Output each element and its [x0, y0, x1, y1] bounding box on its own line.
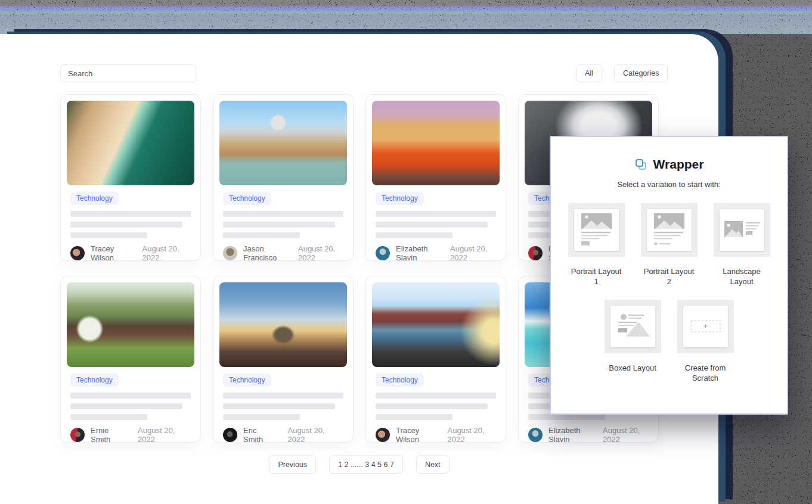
post-image — [372, 282, 500, 367]
wrapper-icon — [634, 158, 647, 171]
category-tag[interactable]: Technology — [376, 374, 424, 387]
post-card[interactable]: Technology Tracey Wilson August 20, 2022 — [365, 276, 506, 443]
next-page-button[interactable]: Next — [416, 455, 450, 474]
placeholder-line — [376, 232, 453, 238]
placeholder-line — [376, 403, 488, 409]
create-from-scratch-thumbnail — [677, 300, 734, 353]
landscape-layout-thumbnail — [714, 203, 770, 257]
post-date: August 20, 2022 — [450, 244, 496, 261]
avatar — [528, 428, 543, 442]
category-tag[interactable]: Technology — [70, 192, 119, 205]
post-date: August 20, 2022 — [287, 426, 343, 443]
title-placeholder — [70, 393, 191, 420]
category-tag[interactable]: Technology — [376, 192, 424, 205]
post-image — [372, 101, 500, 185]
post-card[interactable]: Technology Elizabeth Slavin August 20, 2… — [365, 94, 506, 261]
author-row: Eric Smith August 20, 2022 — [223, 426, 343, 443]
author-name: Ernie Smith — [91, 426, 128, 443]
author-name: Eric Smith — [243, 426, 278, 443]
author-row: Tracey Wilson August 20, 2022 — [376, 426, 496, 443]
placeholder-line — [70, 403, 182, 409]
category-tag[interactable]: Technology — [70, 374, 119, 387]
author-row: Jason Francisco August 20, 2022 — [223, 244, 343, 261]
post-card[interactable]: Technology Tracey Wilson August 20, 2022 — [60, 94, 201, 261]
variation-label: Landscape Layout — [714, 266, 770, 287]
variation-create-from-scratch[interactable]: Create from Scratch — [677, 300, 734, 383]
wrapper-modal: Wrapper Select a variation to start with… — [550, 136, 788, 415]
author-name: Elizabeth Slavin — [396, 244, 441, 261]
pagination: Previous 1 2 ...... 3 4 5 6 7 Next — [0, 455, 718, 474]
portrait-layout-1-thumbnail — [568, 203, 625, 257]
post-card[interactable]: Technology Jason Francisco August 20, 20… — [213, 94, 354, 261]
post-image — [219, 101, 347, 185]
avatar — [70, 246, 85, 260]
previous-page-button[interactable]: Previous — [269, 455, 316, 474]
post-card[interactable]: Technology Ernie Smith August 20, 2022 — [60, 276, 201, 443]
variation-portrait-layout-1[interactable]: Portrait Layout 1 — [568, 203, 625, 287]
author-name: Jason Francisco — [243, 244, 289, 261]
post-date: August 20, 2022 — [138, 426, 191, 443]
post-image — [67, 101, 194, 185]
title-placeholder — [223, 393, 343, 420]
avatar — [223, 246, 237, 260]
post-body: Technology Tracey Wilson August 20, 2022 — [67, 185, 194, 261]
category-tag[interactable]: Technology — [223, 192, 271, 205]
search-input[interactable] — [60, 64, 196, 82]
placeholder-line — [223, 211, 343, 217]
avatar — [70, 428, 85, 442]
placeholder-line — [223, 403, 335, 409]
toolbar: All Categories — [0, 64, 718, 82]
placeholder-line — [376, 222, 488, 228]
title-placeholder — [376, 393, 496, 420]
page-numbers[interactable]: 1 2 ...... 3 4 5 6 7 — [329, 455, 403, 474]
variation-portrait-layout-2[interactable]: Portrait Layout 2 — [641, 203, 698, 287]
variation-boxed-layout[interactable]: Boxed Layout — [605, 300, 661, 383]
placeholder-line — [70, 211, 191, 217]
post-date: August 20, 2022 — [603, 426, 649, 443]
placeholder-line — [223, 222, 335, 228]
post-body: Technology Jason Francisco August 20, 20… — [219, 185, 347, 261]
screen: All Categories Technology — [0, 0, 812, 504]
post-date: August 20, 2022 — [447, 426, 496, 443]
category-tag[interactable]: Technology — [223, 374, 271, 387]
author-row: Tracey Wilson August 20, 2022 — [70, 244, 191, 261]
author-row: Ernie Smith August 20, 2022 — [70, 426, 191, 443]
post-body: Technology Ernie Smith August 20, 2022 — [67, 367, 194, 443]
placeholder-line — [223, 414, 300, 420]
portrait-layout-2-thumbnail — [641, 203, 698, 257]
variation-landscape-layout[interactable]: Landscape Layout — [714, 203, 770, 287]
author-row: Elizabeth Slavin August 20, 2022 — [376, 244, 496, 261]
title-placeholder — [376, 211, 496, 238]
author-row: Elizabeth Slavin August 20, 2022 — [528, 426, 649, 443]
modal-title: Wrapper — [653, 157, 704, 172]
boxed-layout-thumbnail — [605, 300, 661, 353]
variation-label: Create from Scratch — [677, 363, 734, 383]
glitch-top-band — [0, 0, 812, 34]
post-body: Technology Tracey Wilson August 20, 2022 — [372, 367, 500, 443]
placeholder-line — [223, 393, 343, 399]
placeholder-line — [223, 232, 300, 238]
avatar — [376, 428, 390, 442]
variation-row: Boxed Layout Create from Scratch — [605, 300, 734, 383]
post-body: Technology Eric Smith August 20, 2022 — [219, 367, 347, 443]
post-image — [67, 282, 194, 367]
author-name: Elizabeth Slavin — [548, 426, 593, 443]
placeholder-line — [70, 393, 191, 399]
post-date: August 20, 2022 — [298, 244, 343, 261]
filter-categories-button[interactable]: Categories — [614, 64, 668, 82]
placeholder-line — [70, 222, 182, 228]
placeholder-line — [70, 232, 147, 238]
post-date: August 20, 2022 — [142, 244, 191, 261]
avatar — [376, 246, 390, 260]
post-body: Technology Elizabeth Slavin August 20, 2… — [372, 185, 500, 261]
author-name: Tracey Wilson — [91, 244, 132, 261]
avatar — [223, 428, 237, 442]
variation-list: Portrait Layout 1 — [551, 203, 787, 383]
variation-row: Portrait Layout 1 — [568, 203, 770, 287]
post-card[interactable]: Technology Eric Smith August 20, 2022 — [213, 276, 354, 443]
placeholder-line — [528, 414, 605, 420]
variation-label: Portrait Layout 1 — [568, 266, 625, 287]
filter-all-button[interactable]: All — [576, 64, 602, 82]
placeholder-line — [376, 211, 496, 217]
modal-subtitle: Select a variation to start with: — [551, 180, 787, 189]
